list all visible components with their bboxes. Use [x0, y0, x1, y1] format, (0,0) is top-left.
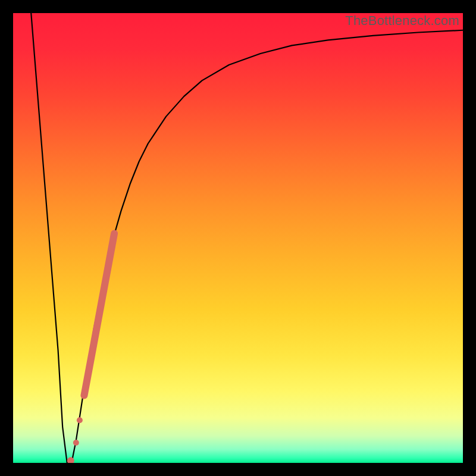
curve-layer [31, 13, 463, 463]
marker-segment [84, 233, 114, 395]
chart-svg [13, 13, 463, 463]
plot-area: TheBottleneck.com [13, 13, 463, 463]
watermark-text: TheBottleneck.com [345, 13, 459, 29]
marker-layer [67, 233, 114, 463]
bottleneck-curve [31, 13, 463, 463]
marker-dot-lower-1 [77, 417, 83, 423]
marker-dot-lower-2 [73, 440, 79, 446]
chart-frame: TheBottleneck.com [0, 0, 476, 476]
